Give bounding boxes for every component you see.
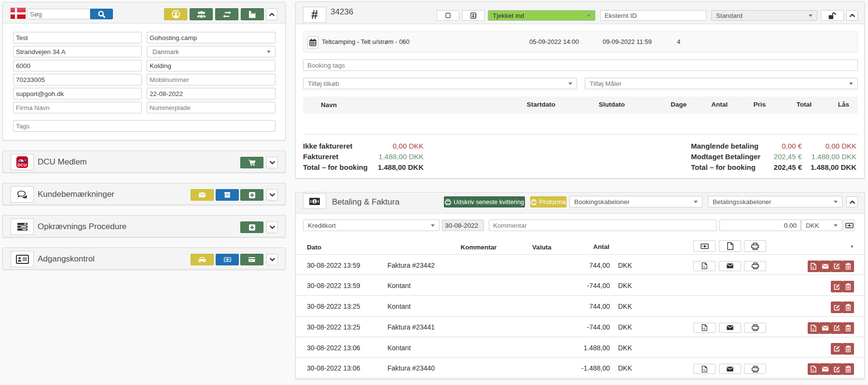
svg-text:DCU: DCU [17, 163, 27, 167]
svg-text:1: 1 [314, 199, 316, 204]
